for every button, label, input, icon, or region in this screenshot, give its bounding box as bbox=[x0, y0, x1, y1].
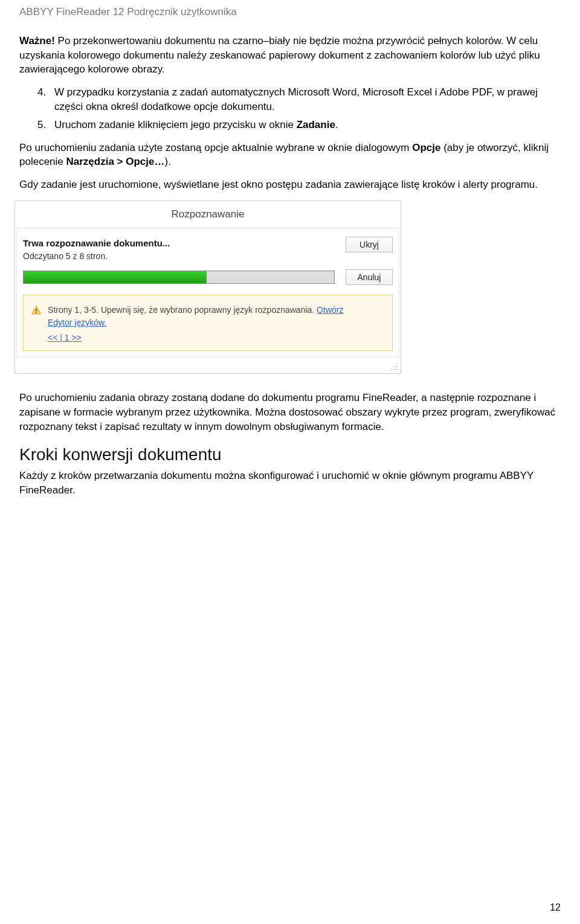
status-main-text: Trwa rozpoznawanie dokumentu... bbox=[23, 237, 342, 249]
progress-fill bbox=[24, 271, 207, 283]
paragraph-options: Po uruchomieniu zadania użyte zostaną op… bbox=[19, 141, 561, 170]
svg-point-3 bbox=[396, 366, 398, 367]
progress-bar bbox=[23, 271, 335, 284]
hide-button[interactable]: Ukryj bbox=[346, 237, 393, 252]
doc-header: ABBYY FineReader 12 Podręcznik użytkowni… bbox=[19, 5, 561, 19]
paragraph-warning: Ważne! Po przekonwertowaniu dokumentu na… bbox=[19, 34, 561, 77]
alert-box: Strony 1, 3-5. Upewnij się, że wybrano p… bbox=[23, 295, 393, 351]
svg-point-4 bbox=[393, 366, 395, 367]
dialog-title: Rozpoznawanie bbox=[16, 202, 399, 228]
list-text: W przypadku korzystania z zadań automaty… bbox=[54, 85, 561, 114]
list-text: Uruchom zadanie kliknięciem jego przycis… bbox=[54, 118, 561, 132]
status-sub-text: Odczytano 5 z 8 stron. bbox=[23, 251, 342, 263]
list-num: 4. bbox=[37, 85, 54, 114]
svg-point-5 bbox=[396, 369, 398, 370]
progress-dialog: Rozpoznawanie Trwa rozpoznawanie dokumen… bbox=[14, 201, 401, 374]
list-item: 4. W przypadku korzystania z zadań autom… bbox=[37, 85, 561, 114]
svg-point-6 bbox=[393, 369, 395, 370]
paragraph-progress-info: Gdy zadanie jest uruchomione, wyświetlan… bbox=[19, 178, 561, 192]
lang-editor-link[interactable]: Edytor języków. bbox=[48, 318, 106, 327]
warning-icon bbox=[31, 305, 42, 316]
svg-point-7 bbox=[390, 369, 392, 370]
list-item: 5. Uruchom zadanie kliknięciem jego przy… bbox=[37, 118, 561, 132]
instruction-list: 4. W przypadku korzystania z zadań autom… bbox=[37, 85, 561, 132]
svg-rect-0 bbox=[36, 309, 37, 312]
page-number: 12 bbox=[550, 901, 561, 914]
paragraph-section: Każdy z kroków przetwarzania dokumentu m… bbox=[19, 469, 561, 498]
resize-grip-icon[interactable] bbox=[390, 362, 398, 371]
alert-pager[interactable]: << | 1 >> bbox=[48, 332, 385, 344]
open-link[interactable]: Otwórz bbox=[317, 305, 343, 315]
svg-rect-1 bbox=[36, 312, 37, 313]
paragraph-after-dialog: Po uruchomieniu zadania obrazy zostaną d… bbox=[19, 391, 561, 434]
cancel-button[interactable]: Anuluj bbox=[346, 269, 393, 285]
warning-text: Po przekonwertowaniu dokumentu na czarno… bbox=[19, 35, 540, 75]
section-title: Kroki konwersji dokumentu bbox=[19, 443, 561, 466]
alert-text: Strony 1, 3-5. Upewnij się, że wybrano p… bbox=[48, 305, 317, 315]
warning-label: Ważne! bbox=[19, 35, 55, 47]
svg-point-2 bbox=[396, 364, 398, 365]
list-num: 5. bbox=[37, 118, 54, 132]
